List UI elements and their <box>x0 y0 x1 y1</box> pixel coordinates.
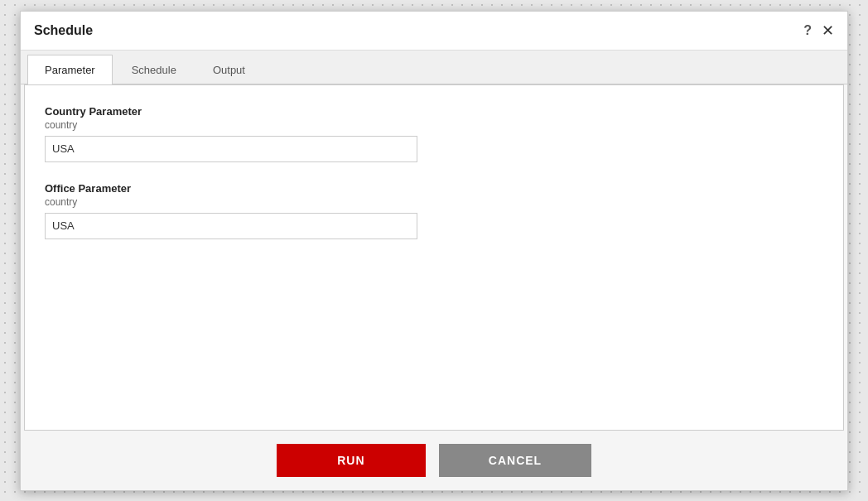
help-icon[interactable]: ? <box>803 23 812 38</box>
tab-output[interactable]: Output <box>195 55 263 84</box>
tab-schedule[interactable]: Schedule <box>114 55 194 84</box>
office-parameter-input[interactable] <box>45 213 417 239</box>
tab-parameter[interactable]: Parameter <box>27 55 113 84</box>
tab-content-parameter: Country Parameter country Office Paramet… <box>24 84 844 431</box>
dialog-header: Schedule ? ✕ <box>21 12 847 51</box>
dialog-title: Schedule <box>34 23 93 38</box>
dialog-footer: RUN CANCEL <box>21 431 847 490</box>
header-actions: ? ✕ <box>803 22 834 40</box>
schedule-dialog: Schedule ? ✕ Parameter Schedule Output C… <box>20 11 848 491</box>
run-button[interactable]: RUN <box>277 444 426 477</box>
office-parameter-group: Office Parameter country <box>45 182 823 239</box>
cancel-button[interactable]: CANCEL <box>439 444 591 477</box>
tabs-bar: Parameter Schedule Output <box>21 51 847 84</box>
country-parameter-group: Country Parameter country <box>45 105 823 162</box>
close-icon[interactable]: ✕ <box>822 22 834 40</box>
office-parameter-label: Office Parameter <box>45 182 823 195</box>
country-parameter-sublabel: country <box>45 119 823 131</box>
office-parameter-sublabel: country <box>45 196 823 208</box>
country-parameter-label: Country Parameter <box>45 105 823 118</box>
country-parameter-input[interactable] <box>45 136 417 162</box>
